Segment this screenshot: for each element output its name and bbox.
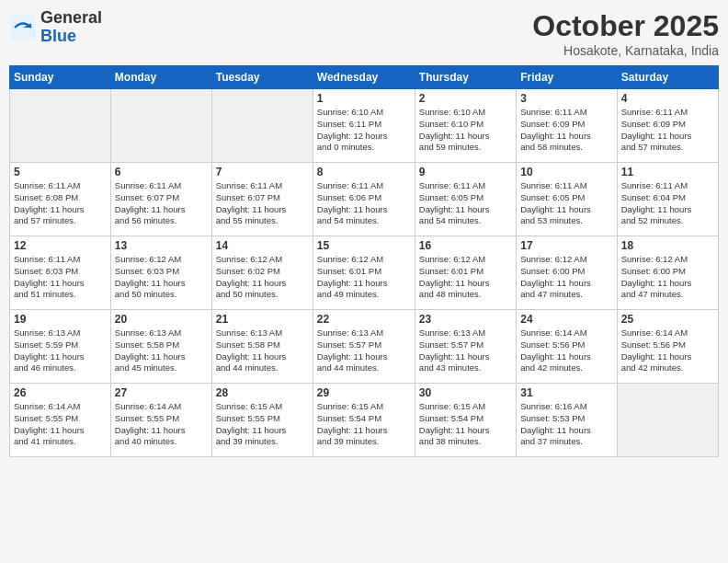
day-info: Sunrise: 6:11 AMSunset: 6:09 PMDaylight:… [520, 107, 612, 154]
day-info: Sunrise: 6:11 AMSunset: 6:07 PMDaylight:… [216, 180, 309, 227]
weekday-monday: Monday [110, 66, 211, 89]
day-cell-5: 5Sunrise: 6:11 AMSunset: 6:08 PMDaylight… [10, 163, 111, 236]
day-number: 31 [520, 386, 612, 399]
day-info: Sunrise: 6:11 AMSunset: 6:05 PMDaylight:… [520, 180, 612, 227]
logo: General Blue [9, 9, 102, 46]
day-number: 19 [14, 313, 107, 326]
day-number: 29 [317, 386, 411, 399]
day-info: Sunrise: 6:10 AMSunset: 6:11 PMDaylight:… [317, 107, 411, 154]
day-number: 5 [14, 166, 107, 178]
weekday-sunday: Sunday [10, 66, 111, 89]
day-cell-24: 24Sunrise: 6:14 AMSunset: 5:56 PMDayligh… [517, 310, 617, 384]
day-info: Sunrise: 6:11 AMSunset: 6:08 PMDaylight:… [14, 180, 107, 227]
weekday-header-row: SundayMondayTuesdayWednesdayThursdayFrid… [10, 66, 719, 89]
day-info: Sunrise: 6:12 AMSunset: 6:02 PMDaylight:… [216, 254, 309, 301]
day-info: Sunrise: 6:13 AMSunset: 5:58 PMDaylight:… [216, 327, 309, 374]
week-row-5: 26Sunrise: 6:14 AMSunset: 5:55 PMDayligh… [10, 384, 719, 457]
day-number: 16 [419, 239, 512, 252]
header: General Blue October 2025 Hosakote, Karn… [9, 9, 719, 58]
day-info: Sunrise: 6:12 AMSunset: 6:01 PMDaylight:… [317, 254, 411, 301]
day-cell-15: 15Sunrise: 6:12 AMSunset: 6:01 PMDayligh… [313, 236, 415, 310]
day-info: Sunrise: 6:15 AMSunset: 5:55 PMDaylight:… [216, 401, 309, 448]
day-info: Sunrise: 6:14 AMSunset: 5:55 PMDaylight:… [115, 401, 208, 448]
day-cell-9: 9Sunrise: 6:11 AMSunset: 6:05 PMDaylight… [415, 163, 516, 236]
day-info: Sunrise: 6:11 AMSunset: 6:05 PMDaylight:… [419, 180, 512, 227]
day-info: Sunrise: 6:13 AMSunset: 5:57 PMDaylight:… [317, 327, 411, 374]
logo-text: General Blue [40, 9, 102, 46]
day-info: Sunrise: 6:11 AMSunset: 6:03 PMDaylight:… [14, 254, 107, 301]
day-info: Sunrise: 6:12 AMSunset: 6:00 PMDaylight:… [621, 254, 714, 301]
logo-general: General [40, 8, 102, 27]
day-number: 10 [520, 166, 612, 178]
day-cell-18: 18Sunrise: 6:12 AMSunset: 6:00 PMDayligh… [617, 236, 718, 310]
day-cell-1: 1Sunrise: 6:10 AMSunset: 6:11 PMDaylight… [313, 89, 415, 163]
location: Hosakote, Karnataka, India [532, 43, 719, 58]
day-cell-17: 17Sunrise: 6:12 AMSunset: 6:00 PMDayligh… [517, 236, 617, 310]
day-number: 3 [520, 92, 612, 105]
day-info: Sunrise: 6:15 AMSunset: 5:54 PMDaylight:… [419, 401, 512, 448]
day-cell-19: 19Sunrise: 6:13 AMSunset: 5:59 PMDayligh… [10, 310, 111, 384]
day-info: Sunrise: 6:15 AMSunset: 5:54 PMDaylight:… [317, 401, 411, 448]
day-info: Sunrise: 6:13 AMSunset: 5:57 PMDaylight:… [419, 327, 512, 374]
day-number: 6 [115, 166, 208, 178]
logo-icon [9, 14, 37, 41]
day-info: Sunrise: 6:13 AMSunset: 5:58 PMDaylight:… [115, 327, 208, 374]
day-cell-30: 30Sunrise: 6:15 AMSunset: 5:54 PMDayligh… [415, 384, 516, 457]
week-row-2: 5Sunrise: 6:11 AMSunset: 6:08 PMDaylight… [10, 163, 719, 236]
day-cell-23: 23Sunrise: 6:13 AMSunset: 5:57 PMDayligh… [415, 310, 516, 384]
day-cell-27: 27Sunrise: 6:14 AMSunset: 5:55 PMDayligh… [110, 384, 211, 457]
day-cell-16: 16Sunrise: 6:12 AMSunset: 6:01 PMDayligh… [415, 236, 516, 310]
day-info: Sunrise: 6:12 AMSunset: 6:01 PMDaylight:… [419, 254, 512, 301]
day-number: 1 [317, 92, 411, 105]
day-info: Sunrise: 6:12 AMSunset: 6:03 PMDaylight:… [115, 254, 208, 301]
day-number: 15 [317, 239, 411, 252]
weekday-wednesday: Wednesday [313, 66, 415, 89]
day-number: 11 [621, 166, 714, 178]
day-number: 21 [216, 313, 309, 326]
day-cell-31: 31Sunrise: 6:16 AMSunset: 5:53 PMDayligh… [517, 384, 617, 457]
day-cell-25: 25Sunrise: 6:14 AMSunset: 5:56 PMDayligh… [617, 310, 718, 384]
week-row-4: 19Sunrise: 6:13 AMSunset: 5:59 PMDayligh… [10, 310, 719, 384]
day-info: Sunrise: 6:11 AMSunset: 6:06 PMDaylight:… [317, 180, 411, 227]
day-cell-8: 8Sunrise: 6:11 AMSunset: 6:06 PMDaylight… [313, 163, 415, 236]
weekday-tuesday: Tuesday [211, 66, 313, 89]
day-cell-11: 11Sunrise: 6:11 AMSunset: 6:04 PMDayligh… [617, 163, 718, 236]
day-number: 14 [216, 239, 309, 252]
day-number: 28 [216, 386, 309, 399]
day-number: 20 [115, 313, 208, 326]
logo-blue: Blue [40, 27, 76, 45]
day-number: 12 [14, 239, 107, 252]
day-cell-21: 21Sunrise: 6:13 AMSunset: 5:58 PMDayligh… [211, 310, 313, 384]
empty-cell [10, 89, 111, 163]
weekday-saturday: Saturday [617, 66, 718, 89]
calendar-page: General Blue October 2025 Hosakote, Karn… [0, 0, 728, 563]
day-number: 26 [14, 386, 107, 399]
day-number: 2 [419, 92, 512, 105]
weekday-thursday: Thursday [415, 66, 516, 89]
day-cell-10: 10Sunrise: 6:11 AMSunset: 6:05 PMDayligh… [517, 163, 617, 236]
day-cell-12: 12Sunrise: 6:11 AMSunset: 6:03 PMDayligh… [10, 236, 111, 310]
empty-cell [617, 384, 718, 457]
day-info: Sunrise: 6:11 AMSunset: 6:07 PMDaylight:… [115, 180, 208, 227]
day-number: 4 [621, 92, 714, 105]
day-info: Sunrise: 6:14 AMSunset: 5:55 PMDaylight:… [14, 401, 107, 448]
day-info: Sunrise: 6:12 AMSunset: 6:00 PMDaylight:… [520, 254, 612, 301]
day-info: Sunrise: 6:16 AMSunset: 5:53 PMDaylight:… [520, 401, 612, 448]
day-cell-20: 20Sunrise: 6:13 AMSunset: 5:58 PMDayligh… [110, 310, 211, 384]
day-number: 25 [621, 313, 714, 326]
day-number: 9 [419, 166, 512, 178]
day-number: 30 [419, 386, 512, 399]
day-number: 22 [317, 313, 411, 326]
week-row-3: 12Sunrise: 6:11 AMSunset: 6:03 PMDayligh… [10, 236, 719, 310]
day-cell-7: 7Sunrise: 6:11 AMSunset: 6:07 PMDaylight… [211, 163, 313, 236]
day-cell-22: 22Sunrise: 6:13 AMSunset: 5:57 PMDayligh… [313, 310, 415, 384]
day-cell-4: 4Sunrise: 6:11 AMSunset: 6:09 PMDaylight… [617, 89, 718, 163]
day-info: Sunrise: 6:14 AMSunset: 5:56 PMDaylight:… [621, 327, 714, 374]
calendar-table: SundayMondayTuesdayWednesdayThursdayFrid… [9, 65, 719, 457]
day-number: 27 [115, 386, 208, 399]
day-info: Sunrise: 6:11 AMSunset: 6:09 PMDaylight:… [621, 107, 714, 154]
month-title: October 2025 [532, 9, 719, 43]
week-row-1: 1Sunrise: 6:10 AMSunset: 6:11 PMDaylight… [10, 89, 719, 163]
day-cell-6: 6Sunrise: 6:11 AMSunset: 6:07 PMDaylight… [110, 163, 211, 236]
day-info: Sunrise: 6:13 AMSunset: 5:59 PMDaylight:… [14, 327, 107, 374]
